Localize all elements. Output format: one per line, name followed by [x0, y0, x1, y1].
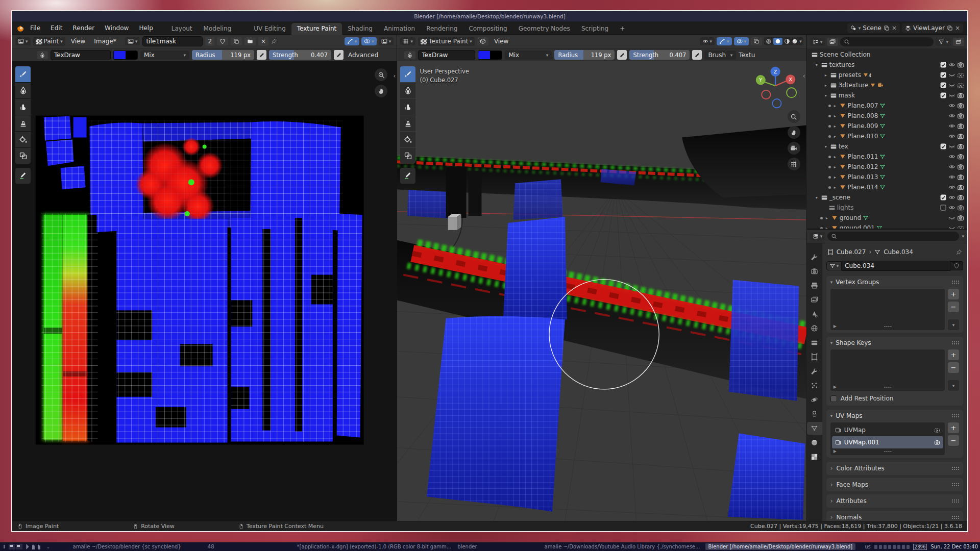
eye-closed-icon[interactable]	[948, 92, 955, 99]
filter-dropdown[interactable]: ▾	[936, 38, 951, 46]
tab-add-workspace[interactable]: +	[614, 23, 630, 35]
menu-render[interactable]: Render	[68, 22, 99, 34]
fake-user-button[interactable]	[217, 37, 228, 45]
tab-particles[interactable]	[807, 379, 822, 392]
drag-grip[interactable]	[951, 466, 959, 470]
camera-icon[interactable]	[957, 122, 964, 130]
display-channels-dropdown[interactable]: ▾	[379, 37, 394, 45]
fill-tool-button[interactable]	[400, 132, 415, 147]
strength-slider[interactable]: Strength0.407	[629, 50, 690, 60]
outliner-row[interactable]: ▸Plane.009	[807, 121, 967, 131]
camera-disabled-icon[interactable]	[957, 224, 964, 229]
eye-icon[interactable]	[948, 102, 955, 109]
drag-grip[interactable]	[951, 515, 959, 519]
outliner-row[interactable]: ▾textures	[807, 60, 967, 70]
gizmos-toggle[interactable]: ▾	[345, 37, 360, 45]
new-scene-icon[interactable]	[884, 25, 890, 31]
new-image-button[interactable]	[231, 37, 242, 45]
active-object-icon-button[interactable]	[477, 37, 488, 45]
checkbox-unchecked-icon[interactable]	[940, 204, 947, 211]
uv-map-row-selected[interactable]: UVMap.001	[832, 436, 943, 448]
blend-mode-dropdown[interactable]: Mix▾	[505, 51, 552, 60]
taskbar-window[interactable]: amalie ~/Desktop/blender {sc syncblend}	[70, 543, 184, 550]
menu-edit[interactable]: Edit	[46, 22, 67, 34]
checkbox-icon[interactable]	[940, 71, 947, 79]
display-mode-dropdown[interactable]: ▾	[810, 38, 825, 46]
eye-icon[interactable]	[948, 184, 955, 191]
tab-scripting[interactable]: Scripting	[576, 23, 614, 35]
tab-constraints[interactable]	[807, 408, 822, 420]
taskbar-window[interactable]: blender	[454, 543, 480, 550]
camera-icon[interactable]	[957, 214, 964, 221]
new-view-layer-icon[interactable]	[947, 25, 953, 31]
breadcrumb-object[interactable]: Cube.027	[837, 248, 866, 256]
tab-collection[interactable]	[807, 336, 822, 349]
radius-slider[interactable]: Radius119 px	[192, 50, 254, 60]
clone-tool-button[interactable]	[400, 115, 415, 131]
drag-grip[interactable]	[951, 280, 959, 284]
clone-tool-button[interactable]	[15, 115, 31, 131]
camera-icon[interactable]	[957, 173, 964, 181]
editor-type-button[interactable]: ▾	[400, 37, 415, 45]
tab-rendering[interactable]: Rendering	[421, 23, 463, 35]
shape-key-specials-menu[interactable]: ▾	[948, 380, 959, 391]
taskbar-window[interactable]: amalie ~/Downloads/Youtube Audio Library…	[542, 543, 703, 550]
mesh-name-field[interactable]: Cube.034	[842, 261, 950, 271]
eye-icon[interactable]	[948, 163, 955, 170]
eye-icon[interactable]	[948, 204, 955, 211]
pan-button[interactable]	[788, 126, 800, 139]
strength-pressure-toggle[interactable]	[334, 50, 344, 60]
soften-tool-button[interactable]	[15, 83, 31, 98]
systray-icons[interactable]	[874, 545, 910, 549]
new-collection-button[interactable]	[953, 38, 964, 46]
outliner-row[interactable]: ▸Plane.007	[807, 101, 967, 111]
orthographic-toggle-button[interactable]	[788, 158, 800, 170]
eye-icon[interactable]	[948, 173, 955, 181]
overlays-toggle[interactable]: ▾	[361, 37, 377, 45]
outliner-row[interactable]: ▸Plane.010	[807, 131, 967, 141]
draw-tool-button[interactable]	[15, 66, 31, 82]
tab-uv-editing[interactable]: UV Editing	[248, 23, 291, 35]
taskbar-window[interactable]: *[application-x-dgn] (exported)-1.0 (RGB…	[294, 543, 455, 550]
mask-tool-button[interactable]	[15, 148, 31, 164]
zoom-button[interactable]	[375, 68, 387, 81]
advanced-panel-label[interactable]: Advanced	[348, 52, 378, 59]
outliner-row[interactable]: ▸presets4	[807, 70, 967, 80]
resize-grip[interactable]	[884, 386, 891, 389]
checkbox-icon[interactable]	[940, 194, 947, 201]
checkbox-icon[interactable]	[940, 92, 947, 99]
taskbar-menu-icon[interactable]	[4, 545, 5, 548]
shading-rendered-button[interactable]	[792, 38, 798, 44]
mode-dropdown[interactable]: Texture Paint▾	[418, 37, 475, 46]
tab-texture-paint[interactable]: Texture Paint	[291, 23, 342, 35]
camera-icon[interactable]	[957, 163, 964, 170]
tab-world[interactable]	[807, 322, 822, 335]
breadcrumb-data[interactable]: Cube.034	[884, 248, 913, 256]
outliner-row[interactable]: lights	[807, 203, 967, 213]
tab-object[interactable]	[807, 350, 822, 363]
radius-slider[interactable]: Radius119 px	[554, 50, 615, 60]
normals-panel[interactable]: ›Normals	[826, 511, 963, 521]
tab-animation[interactable]: Animation	[378, 23, 421, 35]
menu-help[interactable]: Help	[134, 22, 157, 34]
resize-grip[interactable]	[884, 325, 891, 328]
camera-disabled-icon[interactable]	[957, 82, 964, 89]
secondary-color-swatch[interactable]	[126, 51, 137, 59]
tab-modeling[interactable]: Modeling	[198, 23, 237, 35]
overlays-toggle[interactable]: ▾	[734, 37, 749, 45]
shading-wireframe-button[interactable]	[766, 38, 772, 44]
panel-title[interactable]: Vertex Groups	[836, 279, 879, 286]
remove-shape-key-button[interactable]: −	[948, 362, 959, 373]
image-name-field[interactable]: tile1mask	[142, 36, 203, 46]
color-attributes-panel[interactable]: ›Color Attributes	[826, 462, 963, 475]
smear-tool-button[interactable]	[15, 99, 31, 115]
tab-texture[interactable]	[807, 450, 822, 463]
eye-icon[interactable]	[948, 122, 955, 130]
attributes-panel[interactable]: ›Attributes	[826, 494, 963, 508]
window-titlebar[interactable]: Blender [/home/amalie/Desktop/blender/ru…	[12, 11, 967, 21]
eye-closed-icon[interactable]	[948, 143, 955, 150]
shading-material-button[interactable]	[784, 38, 790, 44]
fake-user-toggle[interactable]	[950, 261, 963, 270]
tab-modifiers[interactable]	[807, 365, 822, 378]
brush-menu-dropdown[interactable]: Brush▾	[704, 51, 736, 60]
